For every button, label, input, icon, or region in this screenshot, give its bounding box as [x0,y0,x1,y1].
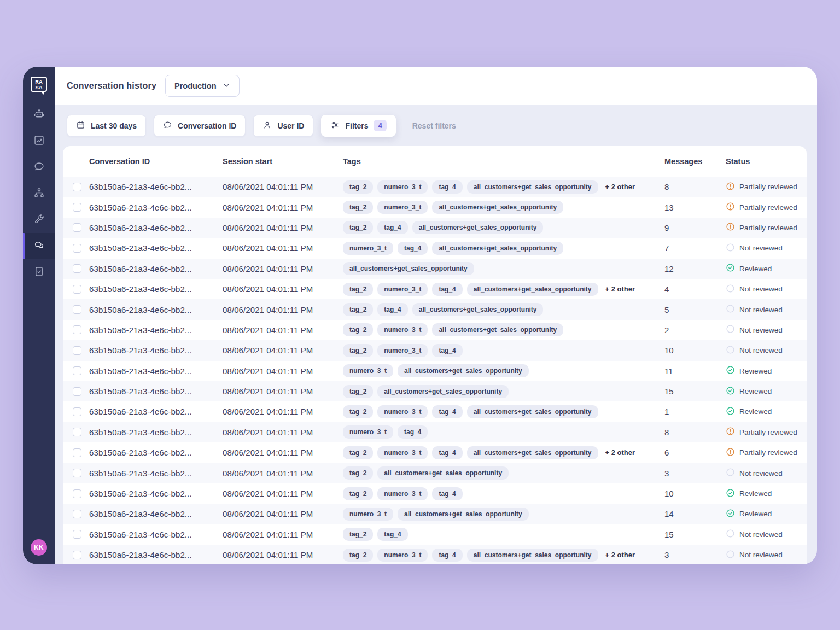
table-row[interactable]: 63b150a6-21a3-4e6c-bb2...08/06/2021 04:0… [63,238,807,258]
row-checkbox[interactable] [73,469,81,477]
status-label: Not reviewed [739,469,783,477]
tags-cell: tag_2tag_4all_customers+get_sales_opport… [343,221,664,234]
sidebar: RA SA [23,67,55,564]
table-row[interactable]: 63b150a6-21a3-4e6c-bb2...08/06/2021 04:0… [63,279,807,299]
row-checkbox[interactable] [73,448,81,457]
status-label: Not reviewed [739,306,783,314]
conversation-id-filter-button[interactable]: Conversation ID [154,115,246,137]
row-checkbox[interactable] [73,305,81,314]
row-checkbox[interactable] [73,366,81,375]
sidebar-item-analytics[interactable] [23,128,55,154]
filters-button[interactable]: Filters 4 [321,115,395,137]
status-label: Reviewed [739,510,772,518]
rasa-logo-icon[interactable]: RA SA [30,75,48,96]
sitemap-icon [33,187,45,201]
robot-icon [33,108,45,122]
status-label: Partially reviewed [739,224,797,232]
row-checkbox[interactable] [73,428,81,436]
conversation-id-cell: 63b150a6-21a3-4e6c-bb2... [89,325,223,335]
reset-filters-link[interactable]: Reset filters [412,121,456,130]
conversation-table: Conversation ID Session start Tags Messa… [63,146,807,564]
tag-pill: numero_3_t [377,549,428,562]
calendar-icon [76,120,85,131]
tag-pill: all_customers+get_sales_opportunity [343,262,474,275]
table-row[interactable]: 63b150a6-21a3-4e6c-bb2...08/06/2021 04:0… [63,218,807,238]
status-cell: Not reviewed [726,529,807,540]
sidebar-item-tools[interactable] [23,207,55,233]
table-row[interactable]: 63b150a6-21a3-4e6c-bb2...08/06/2021 04:0… [63,197,807,217]
partially-reviewed-icon [726,447,735,458]
table-row[interactable]: 63b150a6-21a3-4e6c-bb2...08/06/2021 04:0… [63,340,807,360]
user-avatar[interactable]: KK [31,539,47,556]
row-checkbox[interactable] [73,325,81,334]
table-row[interactable]: 63b150a6-21a3-4e6c-bb2...08/06/2021 04:0… [63,320,807,340]
table-row[interactable]: 63b150a6-21a3-4e6c-bb2...08/06/2021 04:0… [63,545,807,564]
tag-pill: tag_4 [377,221,407,234]
sidebar-item-conversation-history[interactable] [23,233,55,259]
not-reviewed-icon [726,529,735,540]
app-window: RA SA [23,67,817,564]
table-row[interactable]: 63b150a6-21a3-4e6c-bb2...08/06/2021 04:0… [63,177,807,197]
table-row[interactable]: 63b150a6-21a3-4e6c-bb2...08/06/2021 04:0… [63,504,807,524]
table-row[interactable]: 63b150a6-21a3-4e6c-bb2...08/06/2021 04:0… [63,483,807,504]
row-checkbox[interactable] [73,530,81,539]
tag-pill: tag_2 [343,466,373,480]
row-checkbox[interactable] [73,183,81,191]
date-range-filter-label: Last 30 days [91,121,137,130]
status-cell: Not reviewed [726,345,807,356]
row-checkbox[interactable] [73,387,81,396]
tags-cell: tag_2tag_4 [343,528,664,541]
tag-pill: all_customers+get_sales_opportunity [467,446,598,459]
table-row[interactable]: 63b150a6-21a3-4e6c-bb2...08/06/2021 04:0… [63,361,807,381]
row-checkbox[interactable] [73,489,81,498]
row-checkbox[interactable] [73,244,81,253]
not-reviewed-icon [726,304,735,315]
tag-pill: all_customers+get_sales_opportunity [467,283,598,296]
table-row[interactable]: 63b150a6-21a3-4e6c-bb2...08/06/2021 04:0… [63,259,807,279]
tag-pill: tag_2 [343,323,373,336]
session-start-cell: 08/06/2021 04:01:11 PM [223,305,343,314]
sidebar-item-flows[interactable] [23,180,55,207]
tag-pill: numero_3_t [377,323,428,336]
messages-count-cell: 12 [664,264,726,273]
conversation-id-cell: 63b150a6-21a3-4e6c-bb2... [89,346,223,355]
row-checkbox[interactable] [73,203,81,212]
messages-count-cell: 6 [664,448,726,457]
tag-pill: numero_3_t [377,201,428,214]
table-row[interactable]: 63b150a6-21a3-4e6c-bb2...08/06/2021 04:0… [63,401,807,422]
date-range-filter-button[interactable]: Last 30 days [67,115,146,137]
row-checkbox[interactable] [73,223,81,232]
table-row[interactable]: 63b150a6-21a3-4e6c-bb2...08/06/2021 04:0… [63,442,807,463]
tag-pill: tag_2 [343,405,373,418]
messages-count-cell: 11 [664,366,726,376]
status-cell: Reviewed [726,386,807,397]
tag-pill: tag_4 [432,344,462,357]
sliders-icon [330,120,340,131]
environment-selector[interactable]: Production [165,75,240,97]
sidebar-item-bot[interactable] [23,102,55,128]
table-row[interactable]: 63b150a6-21a3-4e6c-bb2...08/06/2021 04:0… [63,524,807,545]
tag-pill: all_customers+get_sales_opportunity [467,549,598,562]
table-row[interactable]: 63b150a6-21a3-4e6c-bb2...08/06/2021 04:0… [63,381,807,401]
table-row[interactable]: 63b150a6-21a3-4e6c-bb2...08/06/2021 04:0… [63,463,807,483]
table-row[interactable]: 63b150a6-21a3-4e6c-bb2...08/06/2021 04:0… [63,299,807,319]
sidebar-item-review[interactable] [23,259,55,285]
row-checkbox[interactable] [73,346,81,355]
row-checkbox[interactable] [73,510,81,518]
tags-cell: tag_2tag_4all_customers+get_sales_opport… [343,303,664,316]
status-label: Reviewed [739,387,772,395]
row-checkbox[interactable] [73,407,81,416]
tags-cell: tag_2all_customers+get_sales_opportunity [343,385,664,398]
tag-pill: tag_4 [377,528,407,541]
tags-cell: all_customers+get_sales_opportunity [343,262,664,275]
filters-count-badge: 4 [374,120,386,131]
sidebar-item-messages[interactable] [23,154,55,180]
conversation-id-cell: 63b150a6-21a3-4e6c-bb2... [89,387,223,396]
sidebar-nav [23,102,55,285]
user-id-filter-button[interactable]: User ID [253,115,313,137]
not-reviewed-icon [726,324,735,335]
row-checkbox[interactable] [73,285,81,294]
row-checkbox[interactable] [73,551,81,559]
row-checkbox[interactable] [73,264,81,273]
table-row[interactable]: 63b150a6-21a3-4e6c-bb2...08/06/2021 04:0… [63,422,807,442]
